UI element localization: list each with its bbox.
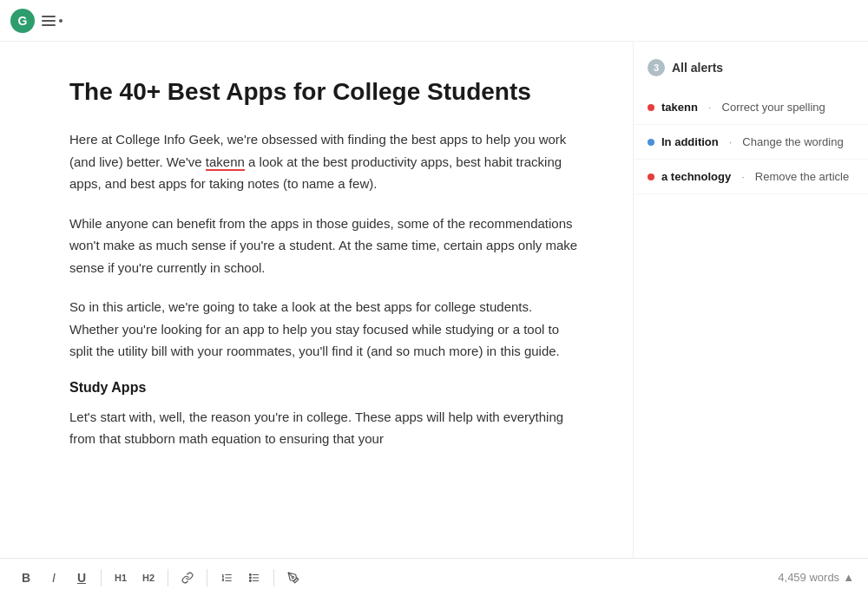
main-layout: The 40+ Best Apps for College Students H… — [0, 42, 868, 558]
hamburger-menu-icon[interactable] — [42, 16, 56, 26]
h1-button[interactable]: H1 — [108, 566, 133, 590]
alert-suggestion-2: Change the wording — [742, 135, 843, 148]
panel-title: All alerts — [672, 61, 723, 75]
svg-point-9 — [292, 576, 293, 578]
word-count: 4,459 words ▲ — [778, 571, 854, 584]
alert-item-2[interactable]: In addition · Change the wording — [634, 125, 868, 160]
subheading-study-apps: Study Apps — [69, 380, 581, 396]
underline-button[interactable]: U — [69, 566, 94, 590]
bold-button[interactable]: B — [14, 566, 38, 590]
toolbar-divider-2 — [168, 569, 168, 586]
article-body: Here at College Info Geek, we're obsesse… — [69, 128, 581, 450]
alert-word-1: takenn — [661, 101, 698, 114]
logo[interactable]: G — [10, 9, 35, 33]
article-title: The 40+ Best Apps for College Students — [69, 76, 581, 108]
ordered-list-button[interactable] — [214, 566, 239, 590]
word-count-arrow: ▲ — [843, 571, 854, 584]
h2-button[interactable]: H2 — [136, 566, 161, 590]
italic-button[interactable]: I — [42, 566, 66, 590]
alert-separator-3: · — [741, 170, 745, 183]
panel-header: 3 All alerts — [634, 56, 868, 90]
top-bar: G — [0, 0, 868, 42]
toolbar-divider-4 — [273, 569, 274, 586]
right-panel: 3 All alerts takenn · Correct your spell… — [634, 42, 868, 558]
paragraph-3: So in this article, we're going to take … — [69, 296, 581, 363]
unordered-list-button[interactable] — [242, 566, 266, 590]
alert-dot-red-3 — [648, 174, 654, 180]
logo-letter: G — [18, 14, 28, 28]
bottom-toolbar: B I U H1 H2 — [0, 558, 868, 596]
alert-word-3: a technology — [661, 170, 731, 183]
alert-separator-1: · — [708, 101, 712, 114]
alert-item-3[interactable]: a technology · Remove the article — [634, 160, 868, 194]
alert-separator-2: · — [729, 135, 733, 148]
toolbar-divider-3 — [207, 569, 207, 586]
svg-point-6 — [249, 573, 251, 575]
alert-badge: 3 — [648, 59, 665, 76]
paragraph-2: While anyone can benefit from the apps i… — [69, 213, 581, 279]
word-count-text: 4,459 words — [778, 571, 839, 584]
dot-menu-icon[interactable] — [59, 19, 62, 23]
alert-word-2: In addition — [661, 135, 719, 148]
link-button[interactable] — [175, 566, 200, 590]
toolbar-divider-1 — [101, 569, 102, 586]
alert-suggestion-1: Correct your spelling — [722, 101, 825, 114]
alert-dot-red-1 — [648, 104, 654, 111]
clear-formatting-button[interactable] — [281, 566, 306, 590]
paragraph-4: Let's start with, well, the reason you'r… — [69, 406, 581, 450]
svg-point-7 — [249, 577, 251, 579]
misspelled-word: takenn — [206, 154, 245, 171]
alert-suggestion-3: Remove the article — [755, 170, 849, 183]
svg-point-8 — [249, 580, 251, 581]
paragraph-1: Here at College Info Geek, we're obsesse… — [69, 128, 581, 195]
editor-area[interactable]: The 40+ Best Apps for College Students H… — [0, 42, 634, 558]
alert-dot-blue-2 — [648, 139, 654, 146]
alert-item-1[interactable]: takenn · Correct your spelling — [634, 90, 868, 125]
